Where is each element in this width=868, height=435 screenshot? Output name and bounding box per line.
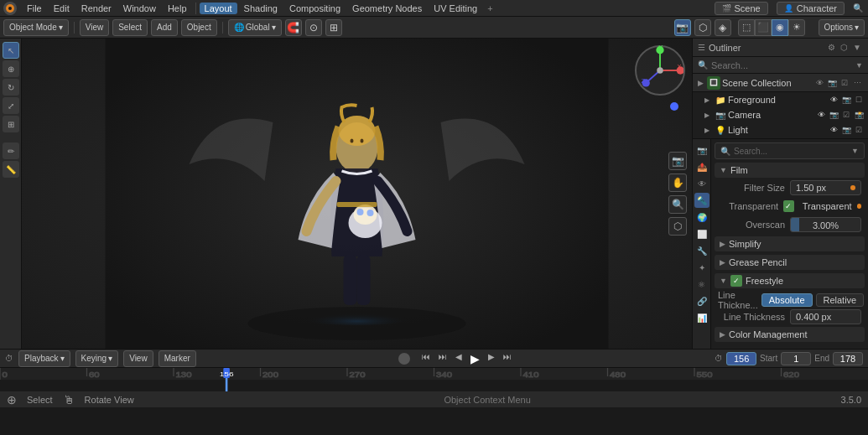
menu-render[interactable]: Render xyxy=(76,3,117,14)
shading-wireframe[interactable]: ⬚ xyxy=(738,19,755,36)
transform-global[interactable]: 🌐 Global ▾ xyxy=(228,19,282,36)
status-pan-icon[interactable]: ⊕ xyxy=(7,393,17,407)
proportional-btn[interactable]: ⊙ xyxy=(305,19,322,36)
prop-icon-render[interactable]: 📷 xyxy=(694,142,709,158)
keying-menu[interactable]: Keying ▾ xyxy=(75,350,119,367)
camera-icon2[interactable]: 📸 xyxy=(853,109,865,121)
object-menu[interactable]: Object xyxy=(181,19,217,36)
prop-icon-object[interactable]: ⬜ xyxy=(694,226,709,241)
overlay-camera-btn[interactable]: 📷 xyxy=(674,19,691,36)
freestyle-checkbox[interactable]: ✓ xyxy=(730,275,742,287)
color-management-header[interactable]: ▶ Color Management xyxy=(715,327,865,342)
grease-pencil-header[interactable]: ▶ Grease Pencil xyxy=(715,255,865,270)
view-menu-timeline[interactable]: View xyxy=(123,350,153,367)
menu-help[interactable]: Help xyxy=(163,3,192,14)
overscan-slider[interactable]: 3.00% xyxy=(790,217,861,232)
light-render[interactable]: 📷 xyxy=(840,124,852,136)
freestyle-header[interactable]: ▼ ✓ Freestyle xyxy=(715,273,865,288)
tool-transform[interactable]: ⊞ xyxy=(3,116,19,132)
sc-more-icon[interactable]: ⋯ xyxy=(851,77,863,89)
xray-btn[interactable]: ◈ xyxy=(715,19,731,36)
outliner-more-icon[interactable]: ▼ xyxy=(851,42,863,53)
vp-zoom-tool[interactable]: 🔍 xyxy=(668,195,687,214)
workspace-uv-editing[interactable]: UV Editing xyxy=(429,3,482,14)
light-eye[interactable]: 👁 xyxy=(828,124,839,136)
camera-eye[interactable]: 👁 xyxy=(815,109,827,121)
snap-btn[interactable]: 🧲 xyxy=(285,19,302,36)
prop-icon-constraints[interactable]: 🔗 xyxy=(694,293,709,308)
foreground-eye[interactable]: 👁 xyxy=(828,94,839,106)
foreground-sel[interactable]: ☐ xyxy=(853,94,865,106)
prop-icon-view[interactable]: 👁 xyxy=(694,176,709,191)
scene-collection-row[interactable]: ▶ 🔳 Scene Collection 👁 📷 ☑ ⋯ xyxy=(693,74,868,92)
filter-size-input[interactable]: 1.50 px xyxy=(790,180,861,195)
workspace-add[interactable]: + xyxy=(484,3,496,14)
jump-start-btn[interactable]: ⏮ xyxy=(418,351,434,366)
view-menu[interactable]: View xyxy=(80,19,110,36)
absolute-button[interactable]: Absolute xyxy=(761,293,813,307)
marker-menu[interactable]: Marker xyxy=(159,350,196,367)
app-logo[interactable] xyxy=(3,2,17,15)
prop-icon-particles[interactable]: ✦ xyxy=(694,260,709,275)
workspace-layout[interactable]: Layout xyxy=(200,3,237,14)
viewport[interactable]: X Y Z 📷 ✋ 🔍 ⬡ xyxy=(22,39,692,349)
tree-item-foreground[interactable]: ▶ 📁 Foreground 👁 📷 ☐ xyxy=(693,92,868,107)
jump-next-key-btn[interactable]: ⏭ xyxy=(500,351,515,366)
vp-display-tool[interactable]: ⬡ xyxy=(668,217,687,236)
add-menu[interactable]: Add xyxy=(151,19,178,36)
scene-name-field[interactable]: 🎬 Scene xyxy=(715,2,768,15)
tool-move[interactable]: ⊕ xyxy=(3,60,19,77)
current-frame-display[interactable]: 156 xyxy=(726,352,756,365)
end-frame-display[interactable]: 178 xyxy=(833,352,863,365)
sc-render-icon[interactable]: 📷 xyxy=(826,77,838,89)
viewport-nav[interactable]: X Y Z xyxy=(635,45,685,96)
relative-button[interactable]: Relative xyxy=(816,293,865,307)
prev-frame-btn[interactable]: ◀ xyxy=(452,351,465,366)
shading-rendered[interactable]: ☀ xyxy=(788,19,805,36)
sc-eye-icon[interactable]: 👁 xyxy=(813,77,825,89)
simplify-header[interactable]: ▶ Simplify xyxy=(715,236,865,251)
tool-scale[interactable]: ⤢ xyxy=(3,97,19,114)
mode-selector[interactable]: Object Mode ▾ xyxy=(3,19,69,36)
scene-search-icon[interactable]: 🔍 xyxy=(851,2,865,14)
play-btn[interactable]: ▶ xyxy=(467,351,483,366)
tool-rotate[interactable]: ↻ xyxy=(3,79,19,96)
prop-icon-output[interactable]: 📤 xyxy=(694,159,709,174)
line-thickness-input[interactable]: 0.400 px xyxy=(790,309,861,324)
timeline-track[interactable]: 0 60 130 200 270 340 410 480 550 620 xyxy=(0,368,868,391)
prop-icon-scene[interactable]: 🔦 xyxy=(694,193,709,208)
playback-menu[interactable]: Playback ▾ xyxy=(18,350,70,367)
prop-icon-data[interactable]: 📊 xyxy=(694,310,709,325)
workspace-geometry-nodes[interactable]: Geometry Nodes xyxy=(347,3,427,14)
camera-render[interactable]: 📷 xyxy=(828,109,839,121)
menu-file[interactable]: File xyxy=(22,3,47,14)
transparent-checkbox[interactable]: ✓ xyxy=(783,200,794,212)
tool-annotate[interactable]: ✏ xyxy=(3,142,19,159)
transform-btn[interactable]: ⊞ xyxy=(325,19,342,36)
menu-window[interactable]: Window xyxy=(118,3,161,14)
light-sel[interactable]: ☑ xyxy=(853,124,865,136)
outliner-search-input[interactable] xyxy=(711,60,852,70)
shading-solid[interactable]: ⬛ xyxy=(755,19,772,36)
prop-icon-modifier[interactable]: 🔧 xyxy=(694,243,709,258)
outliner-options-icon[interactable]: ⚙ xyxy=(826,42,837,53)
options-btn[interactable]: Options ▾ xyxy=(819,19,865,36)
overlay-btn[interactable]: ⬡ xyxy=(694,19,711,36)
tool-cursor[interactable]: ↖ xyxy=(3,42,19,59)
start-frame-display[interactable]: 1 xyxy=(781,352,811,365)
properties-search[interactable]: 🔍 Search... ▼ xyxy=(715,142,865,159)
tree-item-light[interactable]: ▶ 💡 Light 👁 📷 ☑ xyxy=(693,122,868,137)
tool-measure[interactable]: 📏 xyxy=(3,161,19,178)
jump-prev-key-btn[interactable]: ⏭ xyxy=(435,351,450,366)
props-search-arrow[interactable]: ▼ xyxy=(851,147,859,155)
sc-select-icon[interactable]: ☑ xyxy=(839,77,850,89)
workspace-shading[interactable]: Shading xyxy=(239,3,283,14)
tree-item-camera[interactable]: ▶ 📷 Camera 👁 📷 ☑ 📸 xyxy=(693,107,868,122)
camera-sel[interactable]: ☑ xyxy=(840,109,852,121)
foreground-render[interactable]: 📷 xyxy=(840,94,852,106)
shading-material[interactable]: ◉ xyxy=(772,19,788,36)
prop-icon-physics[interactable]: ⚛ xyxy=(694,277,709,292)
vp-camera-tool[interactable]: 📷 xyxy=(668,152,687,170)
menu-edit[interactable]: Edit xyxy=(49,3,75,14)
select-menu[interactable]: Select xyxy=(112,19,148,36)
